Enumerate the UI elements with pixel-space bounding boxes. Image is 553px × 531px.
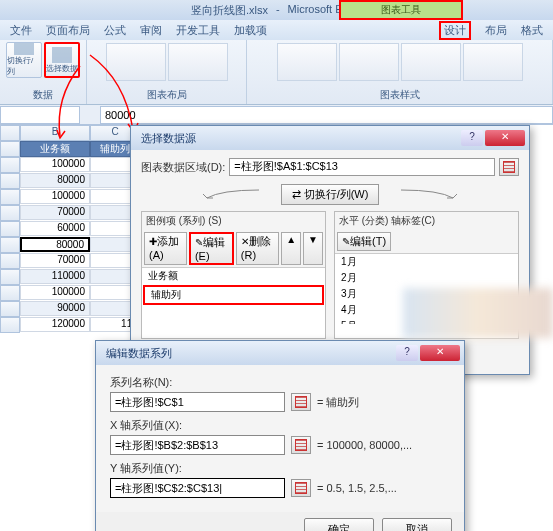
- cell[interactable]: 90000: [20, 301, 90, 316]
- series-item-selected[interactable]: 辅助列: [143, 285, 324, 305]
- tab-file[interactable]: 文件: [10, 23, 32, 38]
- row-header[interactable]: [0, 237, 20, 253]
- cell[interactable]: 70000: [20, 205, 90, 220]
- move-down-button[interactable]: ▼: [303, 232, 323, 265]
- tab-format[interactable]: 格式: [521, 23, 543, 38]
- styles-group-label: 图表样式: [380, 88, 420, 102]
- dialog-title-bar[interactable]: 编辑数据系列 ? ✕: [96, 341, 464, 365]
- cancel-button[interactable]: 取消: [382, 518, 452, 531]
- swap-arrow-right-icon: [399, 188, 459, 202]
- cell[interactable]: 80000: [20, 237, 90, 252]
- row-header[interactable]: [0, 205, 20, 221]
- row-header[interactable]: [0, 253, 20, 269]
- x-values-label: X 轴系列值(X):: [110, 418, 450, 433]
- cell[interactable]: 60000: [20, 221, 90, 236]
- tab-view[interactable]: 开发工具: [176, 23, 220, 38]
- legend-series-panel: 图例项 (系列) (S) ✚添加(A) ✎编辑(E) ✕删除(R) ▲ ▼ 业务…: [141, 211, 326, 339]
- range-input[interactable]: =柱形图!$A$1:$C$13: [229, 158, 495, 176]
- chart-tools-tab: 图表工具: [339, 0, 463, 20]
- cell[interactable]: 120000: [20, 317, 90, 332]
- close-button[interactable]: ✕: [420, 345, 460, 361]
- row-header[interactable]: [0, 221, 20, 237]
- delete-series-button[interactable]: ✕删除(R): [236, 232, 279, 265]
- tab-addins[interactable]: 加载项: [234, 23, 267, 38]
- series-name-label: 系列名称(N):: [110, 375, 450, 390]
- collapse-icon: [295, 482, 307, 494]
- y-values-result: = 0.5, 1.5, 2.5,...: [317, 482, 397, 494]
- cell[interactable]: 80000: [20, 173, 90, 188]
- ref-button[interactable]: [291, 479, 311, 497]
- help-button[interactable]: ?: [461, 130, 483, 146]
- style-preset[interactable]: [277, 43, 337, 81]
- x-values-result: = 100000, 80000,...: [317, 439, 412, 451]
- series-item[interactable]: 业务额: [142, 268, 325, 284]
- dialog-title-bar[interactable]: 选择数据源 ? ✕: [131, 126, 529, 150]
- collapse-icon: [503, 161, 515, 173]
- blurred-region: [403, 288, 553, 338]
- row-header-corner[interactable]: [0, 125, 20, 141]
- switch-rowcol-button[interactable]: 切换行/列: [6, 42, 42, 78]
- category-item[interactable]: 1月: [335, 254, 518, 270]
- category-item[interactable]: 2月: [335, 270, 518, 286]
- menu-tabs: 文件 页面布局 公式 审阅 开发工具 加载项 设计 布局 格式: [0, 20, 553, 40]
- cell[interactable]: 110000: [20, 269, 90, 284]
- layout-preset[interactable]: [168, 43, 228, 81]
- row-header[interactable]: [0, 301, 20, 317]
- cell[interactable]: 70000: [20, 253, 90, 268]
- ok-button[interactable]: 确定: [304, 518, 374, 531]
- close-button[interactable]: ✕: [485, 130, 525, 146]
- cell[interactable]: 100000: [20, 285, 90, 300]
- tab-design[interactable]: 设计: [439, 21, 471, 40]
- filename: 竖向折线图.xlsx: [191, 3, 268, 18]
- tab-layout[interactable]: 布局: [485, 23, 507, 38]
- tab-page-layout[interactable]: 页面布局: [46, 23, 90, 38]
- swap-rowcol-button[interactable]: ⇄ 切换行/列(W): [281, 184, 380, 205]
- tab-review[interactable]: 审阅: [140, 23, 162, 38]
- move-up-button[interactable]: ▲: [281, 232, 301, 265]
- y-values-label: Y 轴系列值(Y):: [110, 461, 450, 476]
- tab-formulas[interactable]: 公式: [104, 23, 126, 38]
- dialog-title: 选择数据源: [135, 131, 196, 146]
- legend-panel-title: 图例项 (系列) (S): [142, 212, 325, 230]
- row-header[interactable]: [0, 189, 20, 205]
- formula-input[interactable]: 80000: [100, 106, 553, 124]
- row-header[interactable]: [0, 157, 20, 173]
- ref-button[interactable]: [291, 436, 311, 454]
- ribbon-group-styles: 图表样式: [247, 40, 553, 104]
- layout-group-label: 图表布局: [147, 88, 187, 102]
- switch-rowcol-label: 切换行/列: [7, 55, 41, 77]
- row-header[interactable]: [0, 141, 20, 157]
- range-ref-button[interactable]: [499, 158, 519, 176]
- dialog-title: 编辑数据系列: [100, 346, 172, 361]
- title-bar: 竖向折线图.xlsx - Microsoft Excel: [0, 0, 553, 20]
- category-panel-title: 水平 (分类) 轴标签(C): [335, 212, 518, 230]
- row-header[interactable]: [0, 173, 20, 189]
- add-series-button[interactable]: ✚添加(A): [144, 232, 187, 265]
- range-label: 图表数据区域(D):: [141, 160, 225, 175]
- swap-label: 切换行/列(W): [304, 188, 369, 200]
- row-header[interactable]: [0, 269, 20, 285]
- style-preset[interactable]: [463, 43, 523, 81]
- series-name-result: = 辅助列: [317, 395, 359, 410]
- collapse-icon: [295, 396, 307, 408]
- edit-series-dialog: 编辑数据系列 ? ✕ 系列名称(N): = 辅助列 X 轴系列值(X): = 1…: [95, 340, 465, 531]
- row-header[interactable]: [0, 317, 20, 333]
- swap-arrow-left-icon: [201, 188, 261, 202]
- y-values-input[interactable]: [110, 478, 285, 498]
- collapse-icon: [295, 439, 307, 451]
- help-button[interactable]: ?: [396, 345, 418, 361]
- series-name-input[interactable]: [110, 392, 285, 412]
- style-preset[interactable]: [401, 43, 461, 81]
- cell[interactable]: 100000: [20, 189, 90, 204]
- cell[interactable]: 100000: [20, 157, 90, 172]
- edit-series-button[interactable]: ✎编辑(E): [189, 232, 234, 265]
- row-header[interactable]: [0, 285, 20, 301]
- switch-icon: [14, 43, 34, 55]
- x-values-input[interactable]: [110, 435, 285, 455]
- ref-button[interactable]: [291, 393, 311, 411]
- style-preset[interactable]: [339, 43, 399, 81]
- edit-category-button[interactable]: ✎编辑(T): [337, 232, 391, 251]
